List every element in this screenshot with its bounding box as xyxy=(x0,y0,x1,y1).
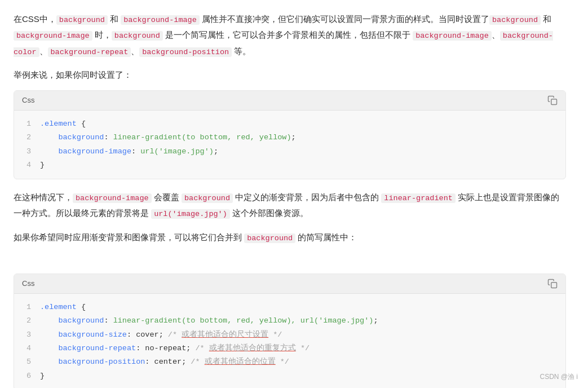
page-footer: CSDN @渔 i xyxy=(540,371,578,382)
code-line: 1 .element { xyxy=(23,301,556,314)
code-block-1-header: Css xyxy=(14,91,565,111)
paragraph-2: 举例来说，如果你同时设置了： xyxy=(14,67,566,82)
copy-icon-2[interactable] xyxy=(547,279,558,289)
code-line: 4 } xyxy=(23,158,556,172)
paragraph-1: 在CSS中，background 和 background-image 属性并不… xyxy=(14,11,566,59)
inline-code-background: background xyxy=(56,15,108,25)
code-block-2-body: 1 .element { 2 background: linear-gradie… xyxy=(14,294,565,388)
code-block-2: background:url(),linear-gradient; Css 1 … xyxy=(14,274,566,388)
copy-icon[interactable] xyxy=(547,95,558,105)
paragraph-3: 在这种情况下，background-image 会覆盖 background 中… xyxy=(14,189,566,222)
inline-code-background-image: background-image xyxy=(121,15,200,25)
code-line: 4 background-repeat: no-repeat; /* 或者其他适… xyxy=(23,342,556,355)
code-line: 2 background: linear-gradient(to bottom,… xyxy=(23,131,556,144)
svg-rect-1 xyxy=(551,283,557,288)
code-block-1: Css 1 .element { 2 background: linear-gr… xyxy=(14,90,566,179)
code-line: 3 background-size: cover; /* 或者其他适合的尺寸设置… xyxy=(23,328,556,342)
main-content: 在CSS中，background 和 background-image 属性并不… xyxy=(14,11,566,388)
code-line: 2 background: linear-gradient(to bottom,… xyxy=(23,314,556,328)
code-block-2-header: Css xyxy=(14,274,565,294)
paragraph-4: 如果你希望同时应用渐变背景和图像背景，可以将它们合并到 background 的… xyxy=(14,230,566,245)
code-line: 5 background-position: center; /* 或者其他适合… xyxy=(23,355,556,369)
code-line: 6 } xyxy=(23,369,556,383)
code-line: 1 .element { xyxy=(23,117,556,131)
code-lang-label: Css xyxy=(22,94,34,107)
code-line: 3 background-image: url('image.jpg'); xyxy=(23,145,556,158)
code-lang-label-2: Css xyxy=(22,277,34,290)
svg-rect-0 xyxy=(551,99,557,105)
code-block-1-body: 1 .element { 2 background: linear-gradie… xyxy=(14,111,565,179)
